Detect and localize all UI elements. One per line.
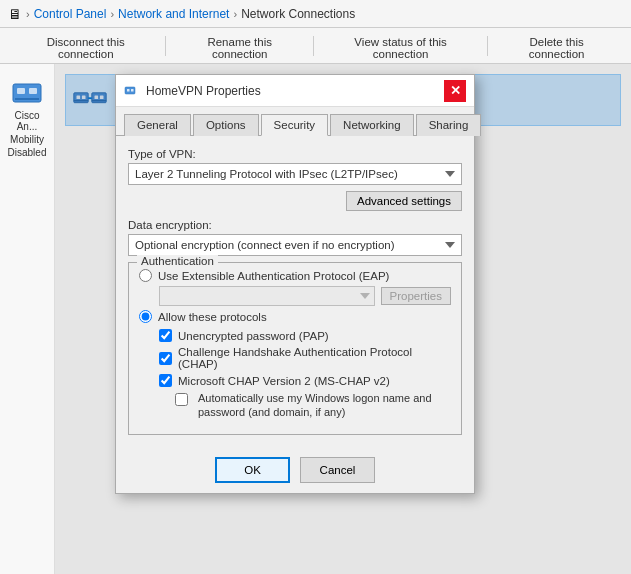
auth-group: Authentication Use Extensible Authentica… (128, 262, 462, 435)
toolbar-separator (165, 36, 166, 56)
breadcrumb-sep2: › (110, 8, 114, 20)
dialog-overlay: HomeVPN Properties ✕ General Options Sec… (55, 64, 631, 574)
cisco-status: Disabled (8, 147, 47, 158)
svg-rect-14 (127, 89, 130, 92)
tab-options[interactable]: Options (193, 114, 259, 136)
breadcrumb-ni[interactable]: Network and Internet (118, 7, 229, 21)
mschapv2-checkbox[interactable] (159, 374, 172, 387)
data-encryption-select[interactable]: Optional encryption (connect even if no … (128, 234, 462, 256)
toolbar-separator2 (313, 36, 314, 56)
auto-login-row: Automatically use my Windows logon name … (175, 391, 451, 420)
titlebar-left: HomeVPN Properties (124, 83, 261, 99)
main-area: Cisco An... Mobility Disabled HomeVPN Id… (0, 64, 631, 574)
data-encryption-wrap: Optional encryption (connect even if no … (128, 234, 462, 256)
tabs: General Options Security Networking Shar… (116, 107, 474, 135)
properties-dialog: HomeVPN Properties ✕ General Options Sec… (115, 74, 475, 494)
view-status-button[interactable]: View status of this connection (316, 32, 485, 60)
dialog-body: Type of VPN: Layer 2 Tunneling Protocol … (116, 135, 474, 447)
toolbar: Disconnect this connection Rename this c… (0, 28, 631, 64)
breadcrumb-nc: Network Connections (241, 7, 355, 21)
check-row-chap: Challenge Handshake Authentication Proto… (159, 346, 451, 370)
vpn-type-select-wrap: Layer 2 Tunneling Protocol with IPsec (L… (128, 163, 462, 185)
cisco-label: Cisco An... (6, 110, 48, 132)
breadcrumb-sep: › (26, 8, 30, 20)
allow-protocols-radio[interactable] (139, 310, 152, 323)
tab-sharing[interactable]: Sharing (416, 114, 482, 136)
svg-rect-2 (29, 88, 37, 94)
data-encryption-label: Data encryption: (128, 219, 462, 231)
check-row-pap: Unencrypted password (PAP) (159, 329, 451, 342)
cisco-item[interactable]: Cisco An... Mobility Disabled (4, 72, 50, 162)
tab-security[interactable]: Security (261, 114, 329, 136)
eap-radio-row: Use Extensible Authentication Protocol (… (139, 269, 451, 282)
vpn-type-select[interactable]: Layer 2 Tunneling Protocol with IPsec (L… (128, 163, 462, 185)
tab-general[interactable]: General (124, 114, 191, 136)
eap-row: Properties (159, 286, 451, 306)
chap-checkbox[interactable] (159, 352, 172, 365)
breadcrumb-sep3: › (233, 8, 237, 20)
dialog-title: HomeVPN Properties (146, 84, 261, 98)
check-row-mschapv2: Microsoft CHAP Version 2 (MS-CHAP v2) (159, 374, 451, 387)
mschapv2-label: Microsoft CHAP Version 2 (MS-CHAP v2) (178, 375, 390, 387)
cisco-sub: Mobility (10, 134, 44, 145)
svg-rect-3 (15, 98, 39, 100)
svg-rect-15 (131, 89, 134, 92)
disconnect-button[interactable]: Disconnect this connection (8, 32, 163, 60)
tab-networking[interactable]: Networking (330, 114, 414, 136)
cancel-button[interactable]: Cancel (300, 457, 375, 483)
vpn-type-label: Type of VPN: (128, 148, 462, 160)
svg-rect-1 (17, 88, 25, 94)
pap-checkbox[interactable] (159, 329, 172, 342)
delete-button[interactable]: Delete this connection (490, 32, 623, 60)
allow-protocols-row: Allow these protocols (139, 310, 451, 323)
rename-button[interactable]: Rename this connection (168, 32, 311, 60)
dialog-icon (124, 83, 140, 99)
auto-login-label: Automatically use my Windows logon name … (198, 391, 451, 420)
chap-label: Challenge Handshake Authentication Proto… (178, 346, 451, 370)
breadcrumb: 🖥 › Control Panel › Network and Internet… (0, 0, 631, 28)
allow-protocols-label: Allow these protocols (158, 311, 267, 323)
sidebar: Cisco An... Mobility Disabled (0, 64, 55, 574)
auto-login-checkbox[interactable] (175, 393, 188, 406)
pap-label: Unencrypted password (PAP) (178, 330, 329, 342)
properties-button[interactable]: Properties (381, 287, 451, 305)
clearfix1: Advanced settings (128, 191, 462, 219)
ok-button[interactable]: OK (215, 457, 290, 483)
toolbar-separator3 (487, 36, 488, 56)
cisco-icon (11, 76, 43, 108)
dialog-footer: OK Cancel (116, 447, 474, 493)
advanced-settings-button[interactable]: Advanced settings (346, 191, 462, 211)
auth-group-legend: Authentication (137, 255, 218, 267)
eap-select[interactable] (159, 286, 375, 306)
dialog-titlebar: HomeVPN Properties ✕ (116, 75, 474, 107)
right-panel: HomeVPN Identifying... WAN Miniport (L2T… (55, 64, 631, 574)
eap-radio-label: Use Extensible Authentication Protocol (… (158, 270, 389, 282)
breadcrumb-icon: 🖥 (8, 6, 22, 22)
eap-radio[interactable] (139, 269, 152, 282)
breadcrumb-cp[interactable]: Control Panel (34, 7, 107, 21)
protocols-checks: Unencrypted password (PAP) Challenge Han… (159, 329, 451, 387)
dialog-close-button[interactable]: ✕ (444, 80, 466, 102)
